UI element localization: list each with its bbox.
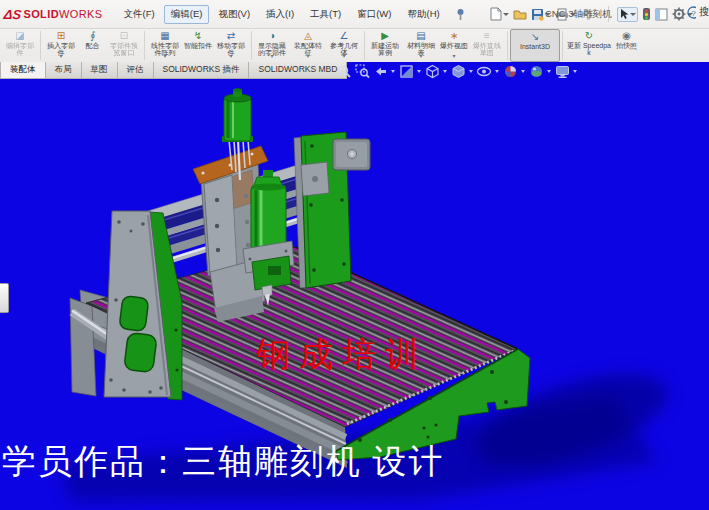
x-axis-motor (333, 139, 370, 170)
menu-tools[interactable]: 工具(T) (303, 5, 348, 24)
help-label: 搜 (699, 5, 709, 19)
tab-assembly[interactable]: 装配体 (0, 62, 46, 79)
menu-edit[interactable]: 编辑(E) (164, 5, 210, 24)
tab-evaluate[interactable]: 评估 (118, 62, 154, 79)
new-motion-study-icon: ▶ (381, 30, 389, 41)
ribbon-label: 编辑零部件 (3, 42, 37, 56)
menu-insert[interactable]: 插入(I) (259, 5, 301, 24)
graphics-viewport[interactable]: 装配体 布局 草图 评估 SOLIDWORKS 插件 SOLIDWORKS MB… (0, 62, 709, 510)
ribbon-assembly-features-button[interactable]: ◬ 装配体特征 (290, 29, 326, 62)
ribbon-bill-of-materials-button[interactable]: ▤ 材料明细表 (403, 29, 439, 62)
student-work-caption: 学员作品：三轴雕刻机 设计 (2, 439, 445, 485)
dropdown-caret-icon[interactable] (229, 44, 232, 62)
ribbon-smart-fasteners-button[interactable]: ↯ 智能扣件 (183, 29, 213, 62)
training-watermark: 钢成培训 (256, 332, 428, 378)
logo-brand-light: WORKS (59, 8, 103, 20)
component-preview-icon: ⊡ (120, 30, 128, 41)
ribbon-label: 新建运动算例 (368, 42, 402, 56)
file-properties-icon[interactable] (655, 8, 668, 21)
ribbon-label: Instant3D (520, 43, 550, 50)
ribbon-insert-component-button[interactable]: ⊞ 插入零部件 (43, 29, 79, 62)
ribbon-separator (562, 31, 563, 60)
title-bar: ΔS SOLID WORKS 文件(F) 编辑(E) 视图(V) 插入(I) 工… (0, 0, 709, 29)
zoom-fit-icon[interactable] (336, 64, 352, 79)
feature-manager-collapsed-tab[interactable] (0, 283, 9, 313)
ribbon-label: 配合 (86, 42, 100, 49)
dropdown-caret-icon[interactable] (521, 70, 525, 73)
tab-solidworks-addins[interactable]: SOLIDWORKS 插件 (154, 62, 250, 79)
plate-cutout-window (119, 296, 149, 332)
insert-component-icon: ⊞ (57, 30, 65, 41)
ribbon-mate-button[interactable]: ∮ 配合 (79, 29, 106, 62)
menu-file[interactable]: 文件(F) (117, 5, 162, 24)
menu-view[interactable]: 视图(V) (211, 5, 257, 24)
tab-solidworks-mbd[interactable]: SOLIDWORKS MBD (249, 62, 347, 79)
take-snapshot-icon: ◉ (622, 30, 631, 41)
ribbon-update-speedpak-button[interactable]: ↻ 更新 Speedpak (565, 29, 613, 62)
solidworks-logo-mark-icon: ΔS (3, 7, 23, 22)
dropdown-caret-icon[interactable] (270, 44, 273, 62)
apply-scene-icon[interactable] (528, 64, 544, 79)
dropdown-caret-icon[interactable] (306, 44, 309, 62)
hide-show-items-icon[interactable] (476, 64, 492, 79)
logo-brand-bold: SOLID (23, 8, 59, 20)
ribbon-linear-pattern-button[interactable]: ▦ 线性零部件阵列 (147, 29, 183, 62)
section-view-icon[interactable] (398, 64, 414, 79)
dropdown-caret-icon[interactable] (452, 44, 455, 62)
reference-geometry-icon: ∠ (340, 30, 349, 41)
dropdown-caret-icon[interactable] (495, 70, 499, 73)
command-manager-tabs: 装配体 布局 草图 评估 SOLIDWORKS 插件 SOLIDWORKS MB… (0, 62, 347, 79)
ribbon-move-component-button[interactable]: ⇄ 移动零部件 (213, 29, 249, 62)
ribbon-reference-geometry-button[interactable]: ∠ 参考几何体 (326, 29, 362, 62)
plate-cutout-window (124, 332, 157, 372)
dropdown-caret-icon[interactable] (391, 70, 395, 73)
tab-layout[interactable]: 布局 (46, 62, 82, 79)
dropdown-caret-icon[interactable] (443, 70, 447, 73)
mate-icon: ∮ (90, 30, 95, 41)
ribbon-label: 智能扣件 (184, 42, 212, 49)
edit-component-icon: ◪ (15, 30, 24, 41)
display-style-icon[interactable] (450, 64, 466, 79)
open-icon[interactable] (513, 8, 527, 20)
ribbon-edit-component-button: ◪ 编辑零部件 (2, 29, 38, 62)
view-orientation-icon[interactable] (424, 64, 440, 79)
edit-appearance-icon[interactable] (502, 64, 518, 79)
ribbon-show-hidden-components-button[interactable]: ◑ 显示隐藏的零部件 (254, 29, 290, 62)
window-title: CNC 3轴雕刻机 (545, 8, 612, 21)
zoom-to-area-icon[interactable] (354, 64, 370, 79)
ribbon-take-snapshot-button[interactable]: ◉ 拍快照 (613, 29, 640, 62)
solidworks-logo: ΔS SOLID WORKS (4, 7, 103, 22)
dropdown-caret-icon[interactable] (469, 70, 473, 73)
dropdown-caret-icon[interactable] (417, 70, 421, 73)
help-icon[interactable]: ? (687, 6, 696, 19)
pin-menubar-icon[interactable] (455, 8, 466, 21)
dropdown-caret-icon[interactable] (419, 44, 422, 62)
dropdown-caret-icon[interactable] (342, 44, 345, 62)
new-document-icon[interactable] (490, 7, 509, 21)
menu-help[interactable]: 帮助(H) (400, 5, 446, 24)
instant3d-icon: ↘ (531, 31, 539, 42)
menu-bar: 文件(F) 编辑(E) 视图(V) 插入(I) 工具(T) 窗口(W) 帮助(H… (117, 5, 447, 24)
previous-view-icon[interactable] (372, 64, 388, 79)
select-arrow-icon[interactable] (617, 7, 638, 22)
explode-line-sketch-icon: ≡ (484, 30, 490, 41)
help-search[interactable]: ? 搜 (687, 5, 709, 19)
tab-sketch[interactable]: 草图 (82, 62, 118, 79)
dropdown-caret-icon (630, 13, 636, 16)
menu-window[interactable]: 窗口(W) (350, 5, 398, 24)
linear-component-pattern-icon: ▦ (160, 30, 169, 41)
dropdown-caret-icon (503, 13, 509, 16)
ribbon-new-motion-study-button[interactable]: ▶ 新建运动算例 (367, 29, 403, 62)
dropdown-caret-icon[interactable] (59, 44, 62, 62)
heads-up-view-toolbar (336, 64, 578, 79)
ribbon-instant3d-button[interactable]: ↘ Instant3D (510, 29, 560, 62)
ribbon-separator (507, 31, 508, 60)
ribbon-label: 拍快照 (616, 42, 637, 49)
dropdown-caret-icon[interactable] (547, 70, 551, 73)
dropdown-caret-icon[interactable] (573, 70, 577, 73)
view-settings-icon[interactable] (554, 64, 570, 79)
dropdown-caret-icon[interactable] (163, 44, 166, 62)
smart-fasteners-icon: ↯ (194, 30, 202, 41)
rebuild-stoplight-icon[interactable] (642, 7, 651, 21)
ribbon-exploded-view-button[interactable]: ∗ 爆炸视图 (439, 29, 469, 62)
